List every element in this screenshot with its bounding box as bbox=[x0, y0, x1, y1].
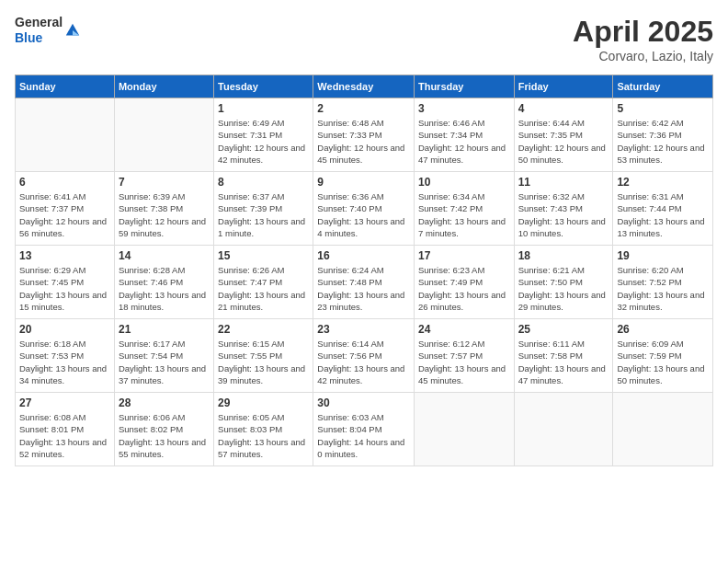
day-info: Sunrise: 6:12 AM Sunset: 7:57 PM Dayligh… bbox=[418, 338, 510, 386]
day-info: Sunrise: 6:09 AM Sunset: 7:59 PM Dayligh… bbox=[617, 338, 709, 386]
day-number: 6 bbox=[19, 176, 110, 189]
calendar-cell: 14Sunrise: 6:28 AM Sunset: 7:46 PM Dayli… bbox=[114, 246, 213, 319]
day-number: 3 bbox=[418, 102, 510, 115]
weekday-header: Tuesday bbox=[214, 75, 313, 98]
day-number: 19 bbox=[617, 249, 709, 262]
calendar-cell: 23Sunrise: 6:14 AM Sunset: 7:56 PM Dayli… bbox=[313, 319, 415, 393]
calendar-cell: 3Sunrise: 6:46 AM Sunset: 7:34 PM Daylig… bbox=[414, 98, 514, 172]
day-number: 15 bbox=[218, 249, 309, 262]
day-number: 11 bbox=[518, 176, 609, 189]
weekday-header: Wednesday bbox=[313, 75, 415, 98]
day-info: Sunrise: 6:29 AM Sunset: 7:45 PM Dayligh… bbox=[19, 264, 110, 313]
day-info: Sunrise: 6:21 AM Sunset: 7:50 PM Dayligh… bbox=[518, 264, 609, 313]
day-info: Sunrise: 6:48 AM Sunset: 7:33 PM Dayligh… bbox=[317, 117, 410, 166]
calendar-cell: 19Sunrise: 6:20 AM Sunset: 7:52 PM Dayli… bbox=[613, 246, 713, 319]
calendar-cell: 9Sunrise: 6:36 AM Sunset: 7:40 PM Daylig… bbox=[313, 172, 415, 246]
logo-blue-text: Blue bbox=[15, 30, 63, 46]
calendar-cell bbox=[514, 393, 613, 466]
calendar-cell bbox=[414, 393, 514, 466]
weekday-header: Thursday bbox=[414, 75, 514, 98]
day-info: Sunrise: 6:36 AM Sunset: 7:40 PM Dayligh… bbox=[317, 190, 410, 239]
day-number: 30 bbox=[317, 396, 410, 409]
calendar-week-row: 13Sunrise: 6:29 AM Sunset: 7:45 PM Dayli… bbox=[16, 246, 713, 319]
calendar-week-row: 20Sunrise: 6:18 AM Sunset: 7:53 PM Dayli… bbox=[16, 319, 713, 393]
calendar-cell: 13Sunrise: 6:29 AM Sunset: 7:45 PM Dayli… bbox=[16, 246, 115, 319]
day-info: Sunrise: 6:39 AM Sunset: 7:38 PM Dayligh… bbox=[119, 190, 210, 239]
calendar-cell: 6Sunrise: 6:41 AM Sunset: 7:37 PM Daylig… bbox=[16, 172, 115, 246]
weekday-header: Monday bbox=[114, 75, 213, 98]
day-number: 26 bbox=[617, 323, 709, 336]
day-info: Sunrise: 6:08 AM Sunset: 8:01 PM Dayligh… bbox=[19, 411, 110, 460]
day-number: 8 bbox=[218, 176, 309, 189]
calendar-cell: 27Sunrise: 6:08 AM Sunset: 8:01 PM Dayli… bbox=[16, 393, 115, 466]
day-info: Sunrise: 6:05 AM Sunset: 8:03 PM Dayligh… bbox=[218, 411, 309, 460]
day-number: 4 bbox=[518, 102, 609, 115]
page-header: General Blue April 2025 Corvaro, Lazio, … bbox=[15, 15, 713, 63]
day-number: 10 bbox=[418, 176, 510, 189]
calendar-cell: 18Sunrise: 6:21 AM Sunset: 7:50 PM Dayli… bbox=[514, 246, 613, 319]
calendar-cell: 24Sunrise: 6:12 AM Sunset: 7:57 PM Dayli… bbox=[414, 319, 514, 393]
day-number: 22 bbox=[218, 323, 309, 336]
day-info: Sunrise: 6:34 AM Sunset: 7:42 PM Dayligh… bbox=[418, 190, 510, 239]
day-number: 29 bbox=[218, 396, 309, 409]
day-number: 17 bbox=[418, 249, 510, 262]
day-info: Sunrise: 6:41 AM Sunset: 7:37 PM Dayligh… bbox=[19, 190, 110, 239]
day-number: 24 bbox=[418, 323, 510, 336]
day-info: Sunrise: 6:20 AM Sunset: 7:52 PM Dayligh… bbox=[617, 264, 709, 313]
calendar-cell: 20Sunrise: 6:18 AM Sunset: 7:53 PM Dayli… bbox=[16, 319, 115, 393]
calendar-cell: 17Sunrise: 6:23 AM Sunset: 7:49 PM Dayli… bbox=[414, 246, 514, 319]
day-info: Sunrise: 6:11 AM Sunset: 7:58 PM Dayligh… bbox=[518, 338, 609, 386]
day-info: Sunrise: 6:32 AM Sunset: 7:43 PM Dayligh… bbox=[518, 190, 609, 239]
day-number: 2 bbox=[317, 102, 410, 115]
location: Corvaro, Lazio, Italy bbox=[573, 49, 713, 63]
calendar-week-row: 1Sunrise: 6:49 AM Sunset: 7:31 PM Daylig… bbox=[16, 98, 713, 172]
title-block: April 2025 Corvaro, Lazio, Italy bbox=[573, 15, 713, 63]
logo-icon bbox=[64, 22, 81, 39]
day-number: 5 bbox=[617, 102, 709, 115]
day-number: 13 bbox=[19, 249, 110, 262]
calendar-cell bbox=[16, 98, 115, 172]
calendar-cell: 5Sunrise: 6:42 AM Sunset: 7:36 PM Daylig… bbox=[613, 98, 713, 172]
day-info: Sunrise: 6:44 AM Sunset: 7:35 PM Dayligh… bbox=[518, 117, 609, 166]
day-info: Sunrise: 6:49 AM Sunset: 7:31 PM Dayligh… bbox=[218, 117, 309, 166]
day-info: Sunrise: 6:28 AM Sunset: 7:46 PM Dayligh… bbox=[119, 264, 210, 313]
calendar-cell: 15Sunrise: 6:26 AM Sunset: 7:47 PM Dayli… bbox=[214, 246, 313, 319]
calendar-cell: 1Sunrise: 6:49 AM Sunset: 7:31 PM Daylig… bbox=[214, 98, 313, 172]
weekday-header: Friday bbox=[514, 75, 613, 98]
day-info: Sunrise: 6:23 AM Sunset: 7:49 PM Dayligh… bbox=[418, 264, 510, 313]
calendar-cell: 7Sunrise: 6:39 AM Sunset: 7:38 PM Daylig… bbox=[114, 172, 213, 246]
day-number: 27 bbox=[19, 396, 110, 409]
day-number: 18 bbox=[518, 249, 609, 262]
weekday-header: Saturday bbox=[613, 75, 713, 98]
day-info: Sunrise: 6:17 AM Sunset: 7:54 PM Dayligh… bbox=[119, 338, 210, 386]
logo: General Blue bbox=[15, 15, 81, 46]
day-number: 21 bbox=[119, 323, 210, 336]
day-number: 16 bbox=[317, 249, 410, 262]
logo-general-text: General bbox=[15, 15, 63, 30]
day-info: Sunrise: 6:18 AM Sunset: 7:53 PM Dayligh… bbox=[19, 338, 110, 386]
day-info: Sunrise: 6:26 AM Sunset: 7:47 PM Dayligh… bbox=[218, 264, 309, 313]
calendar-cell: 22Sunrise: 6:15 AM Sunset: 7:55 PM Dayli… bbox=[214, 319, 313, 393]
day-info: Sunrise: 6:42 AM Sunset: 7:36 PM Dayligh… bbox=[617, 117, 709, 166]
calendar-cell: 29Sunrise: 6:05 AM Sunset: 8:03 PM Dayli… bbox=[214, 393, 313, 466]
day-number: 9 bbox=[317, 176, 410, 189]
calendar-cell: 30Sunrise: 6:03 AM Sunset: 8:04 PM Dayli… bbox=[313, 393, 415, 466]
calendar-cell bbox=[114, 98, 213, 172]
day-number: 7 bbox=[119, 176, 210, 189]
calendar-cell: 2Sunrise: 6:48 AM Sunset: 7:33 PM Daylig… bbox=[313, 98, 415, 172]
day-info: Sunrise: 6:15 AM Sunset: 7:55 PM Dayligh… bbox=[218, 338, 309, 386]
day-number: 25 bbox=[518, 323, 609, 336]
day-number: 1 bbox=[218, 102, 309, 115]
calendar-cell: 12Sunrise: 6:31 AM Sunset: 7:44 PM Dayli… bbox=[613, 172, 713, 246]
calendar-week-row: 27Sunrise: 6:08 AM Sunset: 8:01 PM Dayli… bbox=[16, 393, 713, 466]
calendar-cell bbox=[613, 393, 713, 466]
day-info: Sunrise: 6:31 AM Sunset: 7:44 PM Dayligh… bbox=[617, 190, 709, 239]
day-info: Sunrise: 6:06 AM Sunset: 8:02 PM Dayligh… bbox=[119, 411, 210, 460]
calendar-cell: 4Sunrise: 6:44 AM Sunset: 7:35 PM Daylig… bbox=[514, 98, 613, 172]
calendar-cell: 25Sunrise: 6:11 AM Sunset: 7:58 PM Dayli… bbox=[514, 319, 613, 393]
calendar-cell: 16Sunrise: 6:24 AM Sunset: 7:48 PM Dayli… bbox=[313, 246, 415, 319]
calendar-week-row: 6Sunrise: 6:41 AM Sunset: 7:37 PM Daylig… bbox=[16, 172, 713, 246]
weekday-header-row: SundayMondayTuesdayWednesdayThursdayFrid… bbox=[16, 75, 713, 98]
day-info: Sunrise: 6:03 AM Sunset: 8:04 PM Dayligh… bbox=[317, 411, 410, 460]
month-title: April 2025 bbox=[573, 15, 713, 49]
